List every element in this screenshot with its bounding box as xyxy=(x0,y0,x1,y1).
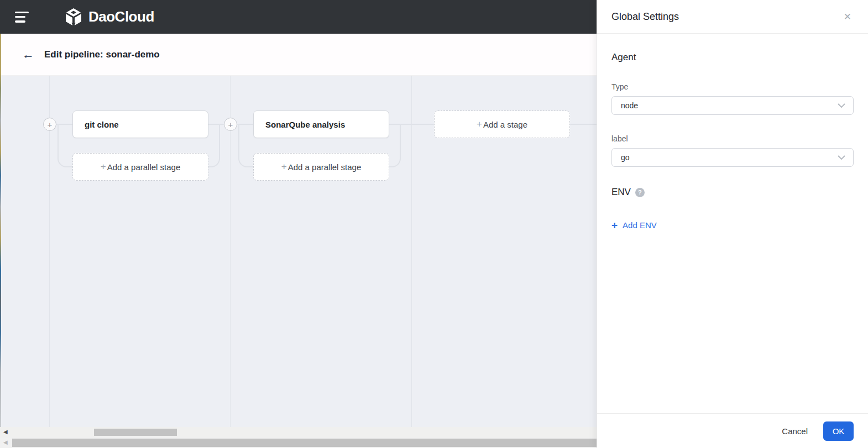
add-parallel-stage-label: Add a parallel stage xyxy=(288,162,362,172)
add-parallel-stage-button[interactable]: + Add a parallel stage xyxy=(253,153,389,181)
stage-name: SonarQube analysis xyxy=(265,120,345,129)
panel-title: Global Settings xyxy=(611,11,679,23)
plus-icon: + xyxy=(281,161,287,172)
scroll-left-icon[interactable]: ◀ xyxy=(3,429,8,435)
stage-card-sonarqube-analysis[interactable]: SonarQube analysis xyxy=(253,110,389,138)
global-settings-panel: Global Settings ✕ Agent Type node label … xyxy=(597,0,868,448)
help-icon[interactable]: ? xyxy=(635,188,645,197)
close-icon[interactable]: ✕ xyxy=(841,10,854,24)
brand-name: DaoCloud xyxy=(88,8,154,25)
cancel-button[interactable]: Cancel xyxy=(782,426,808,436)
canvas-horizontal-scrollbar[interactable]: ◀ xyxy=(0,427,597,438)
plus-icon: + xyxy=(228,120,233,129)
daocloud-logo-icon xyxy=(64,7,83,27)
chevron-down-icon xyxy=(838,155,845,160)
scrollbar-thumb[interactable] xyxy=(94,429,177,436)
add-env-label: Add ENV xyxy=(623,220,657,230)
page-edge-strip xyxy=(0,34,1,427)
chevron-down-icon xyxy=(838,103,845,108)
add-stage-button[interactable]: + Add a stage xyxy=(434,110,570,138)
plus-icon: + xyxy=(48,120,53,129)
panel-header: Global Settings ✕ xyxy=(597,0,868,34)
insert-stage-button[interactable]: + xyxy=(224,118,237,131)
scroll-left-icon[interactable]: ◀ xyxy=(3,439,8,445)
daocloud-brand[interactable]: DaoCloud xyxy=(64,7,154,27)
type-select-value: node xyxy=(621,101,638,110)
page-title: Edit pipeline: sonar-demo xyxy=(44,49,160,60)
add-stage-label: Add a stage xyxy=(483,120,527,129)
panel-footer: Cancel OK xyxy=(597,413,868,448)
label-select[interactable]: go xyxy=(611,148,854,167)
env-heading: ENV xyxy=(611,187,631,198)
back-arrow-icon[interactable]: ← xyxy=(19,45,38,64)
stage-card-git-clone[interactable]: git clone xyxy=(72,110,208,138)
pipeline-canvas[interactable]: git clone SonarQube analysis + Add a sta… xyxy=(0,76,597,427)
ok-button[interactable]: OK xyxy=(823,421,854,441)
panel-body: Agent Type node label go ENV ? + Add ENV xyxy=(597,52,868,231)
menu-icon[interactable] xyxy=(15,12,29,23)
plus-icon: + xyxy=(477,119,482,130)
top-navbar: DaoCloud xyxy=(0,0,597,34)
insert-stage-button[interactable]: + xyxy=(43,118,56,131)
label-select-value: go xyxy=(621,153,630,162)
plus-icon: + xyxy=(101,161,106,172)
add-parallel-stage-label: Add a parallel stage xyxy=(107,162,181,172)
plus-icon: + xyxy=(611,220,618,230)
column-divider xyxy=(411,76,412,427)
scrollbar-thumb[interactable] xyxy=(12,439,597,447)
agent-heading: Agent xyxy=(611,52,854,63)
add-parallel-stage-button[interactable]: + Add a parallel stage xyxy=(72,153,208,181)
page-header: ← Edit pipeline: sonar-demo xyxy=(0,34,597,76)
stage-name: git clone xyxy=(85,120,119,129)
type-select[interactable]: node xyxy=(611,96,854,115)
env-section: ENV ? xyxy=(611,187,854,198)
type-label: Type xyxy=(611,82,854,91)
add-env-button[interactable]: + Add ENV xyxy=(611,220,657,230)
label-label: label xyxy=(611,134,854,143)
